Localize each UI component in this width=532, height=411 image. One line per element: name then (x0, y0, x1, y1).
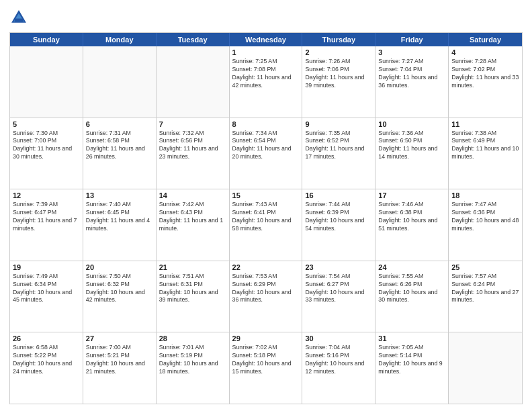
calendar-row: 5Sunrise: 7:30 AM Sunset: 7:00 PM Daylig… (10, 118, 522, 190)
cell-info: Sunrise: 7:00 AM Sunset: 5:21 PM Dayligh… (86, 344, 153, 376)
calendar-cell: 1Sunrise: 7:25 AM Sunset: 7:08 PM Daylig… (230, 46, 303, 118)
calendar-row: 1Sunrise: 7:25 AM Sunset: 7:08 PM Daylig… (10, 46, 522, 118)
cell-info: Sunrise: 7:46 AM Sunset: 6:38 PM Dayligh… (378, 201, 445, 233)
calendar-cell: 29Sunrise: 7:02 AM Sunset: 5:18 PM Dayli… (230, 332, 303, 404)
cell-info: Sunrise: 7:25 AM Sunset: 7:08 PM Dayligh… (232, 58, 300, 90)
day-number: 29 (232, 334, 300, 342)
cell-info: Sunrise: 7:40 AM Sunset: 6:45 PM Dayligh… (86, 201, 153, 233)
calendar-cell: 18Sunrise: 7:47 AM Sunset: 6:36 PM Dayli… (449, 189, 522, 261)
logo-icon (9, 8, 28, 27)
calendar-cell: 17Sunrise: 7:46 AM Sunset: 6:38 PM Dayli… (375, 189, 449, 261)
day-number: 3 (378, 48, 445, 56)
calendar-cell: 6Sunrise: 7:31 AM Sunset: 6:58 PM Daylig… (83, 118, 157, 189)
calendar-cell: 21Sunrise: 7:51 AM Sunset: 6:31 PM Dayli… (157, 261, 230, 332)
day-number: 20 (86, 263, 153, 271)
day-number: 6 (86, 120, 153, 128)
calendar-cell: 4Sunrise: 7:28 AM Sunset: 7:02 PM Daylig… (449, 46, 522, 118)
day-number: 18 (451, 191, 519, 199)
day-number: 17 (378, 191, 445, 199)
day-number: 21 (159, 263, 226, 271)
cell-info: Sunrise: 7:47 AM Sunset: 6:36 PM Dayligh… (451, 201, 519, 233)
weekday-header: Tuesday (157, 33, 230, 46)
calendar-cell: 31Sunrise: 7:05 AM Sunset: 5:14 PM Dayli… (375, 332, 449, 404)
calendar-row: 26Sunrise: 6:58 AM Sunset: 5:22 PM Dayli… (10, 332, 522, 404)
calendar-cell: 12Sunrise: 7:39 AM Sunset: 6:47 PM Dayli… (10, 189, 83, 261)
day-number: 12 (13, 191, 80, 199)
calendar-cell: 14Sunrise: 7:42 AM Sunset: 6:43 PM Dayli… (157, 189, 230, 261)
calendar-header: SundayMondayTuesdayWednesdayThursdayFrid… (10, 33, 522, 46)
cell-info: Sunrise: 7:27 AM Sunset: 7:04 PM Dayligh… (378, 58, 445, 90)
svg-rect-2 (15, 19, 23, 22)
cell-info: Sunrise: 7:35 AM Sunset: 6:52 PM Dayligh… (305, 130, 372, 162)
cell-info: Sunrise: 7:28 AM Sunset: 7:02 PM Dayligh… (451, 58, 519, 90)
day-number: 25 (451, 263, 519, 271)
cell-info: Sunrise: 7:31 AM Sunset: 6:58 PM Dayligh… (86, 130, 153, 162)
cell-info: Sunrise: 7:55 AM Sunset: 6:26 PM Dayligh… (378, 273, 445, 305)
cell-info: Sunrise: 7:54 AM Sunset: 6:27 PM Dayligh… (305, 273, 372, 305)
day-number: 2 (305, 48, 372, 56)
cell-info: Sunrise: 7:02 AM Sunset: 5:18 PM Dayligh… (232, 344, 300, 376)
day-number: 1 (232, 48, 300, 56)
cell-info: Sunrise: 7:30 AM Sunset: 7:00 PM Dayligh… (13, 130, 80, 162)
day-number: 7 (159, 120, 226, 128)
calendar-cell: 13Sunrise: 7:40 AM Sunset: 6:45 PM Dayli… (83, 189, 157, 261)
cell-info: Sunrise: 7:26 AM Sunset: 7:06 PM Dayligh… (305, 58, 372, 90)
cell-info: Sunrise: 7:36 AM Sunset: 6:50 PM Dayligh… (378, 130, 445, 162)
day-number: 19 (13, 263, 80, 271)
weekday-header: Wednesday (230, 33, 303, 46)
cell-info: Sunrise: 7:57 AM Sunset: 6:24 PM Dayligh… (451, 273, 519, 305)
cell-info: Sunrise: 7:50 AM Sunset: 6:32 PM Dayligh… (86, 273, 153, 305)
calendar-cell: 2Sunrise: 7:26 AM Sunset: 7:06 PM Daylig… (302, 46, 375, 118)
calendar-cell: 23Sunrise: 7:54 AM Sunset: 6:27 PM Dayli… (302, 261, 375, 332)
day-number: 10 (378, 120, 445, 128)
day-number: 15 (232, 191, 300, 199)
calendar-cell (449, 332, 522, 404)
calendar-cell: 5Sunrise: 7:30 AM Sunset: 7:00 PM Daylig… (10, 118, 83, 189)
day-number: 28 (159, 334, 226, 342)
calendar-cell: 26Sunrise: 6:58 AM Sunset: 5:22 PM Dayli… (10, 332, 83, 404)
cell-info: Sunrise: 7:05 AM Sunset: 5:14 PM Dayligh… (378, 344, 445, 376)
day-number: 27 (86, 334, 153, 342)
day-number: 4 (451, 48, 519, 56)
cell-info: Sunrise: 7:43 AM Sunset: 6:41 PM Dayligh… (232, 201, 300, 233)
weekday-header: Saturday (449, 33, 522, 46)
calendar-cell: 11Sunrise: 7:38 AM Sunset: 6:49 PM Dayli… (449, 118, 522, 189)
calendar-cell: 30Sunrise: 7:04 AM Sunset: 5:16 PM Dayli… (302, 332, 375, 404)
weekday-header: Sunday (10, 33, 83, 46)
calendar-cell: 10Sunrise: 7:36 AM Sunset: 6:50 PM Dayli… (375, 118, 449, 189)
cell-info: Sunrise: 7:39 AM Sunset: 6:47 PM Dayligh… (13, 201, 80, 233)
calendar-cell: 3Sunrise: 7:27 AM Sunset: 7:04 PM Daylig… (375, 46, 449, 118)
page: SundayMondayTuesdayWednesdayThursdayFrid… (0, 0, 532, 411)
calendar-row: 12Sunrise: 7:39 AM Sunset: 6:47 PM Dayli… (10, 189, 522, 261)
cell-info: Sunrise: 7:53 AM Sunset: 6:29 PM Dayligh… (232, 273, 300, 305)
day-number: 14 (159, 191, 226, 199)
calendar-cell (83, 46, 157, 118)
calendar-cell: 27Sunrise: 7:00 AM Sunset: 5:21 PM Dayli… (83, 332, 157, 404)
cell-info: Sunrise: 6:58 AM Sunset: 5:22 PM Dayligh… (13, 344, 80, 376)
day-number: 13 (86, 191, 153, 199)
calendar-cell: 16Sunrise: 7:44 AM Sunset: 6:39 PM Dayli… (302, 189, 375, 261)
calendar: SundayMondayTuesdayWednesdayThursdayFrid… (9, 32, 523, 404)
day-number: 23 (305, 263, 372, 271)
calendar-cell: 19Sunrise: 7:49 AM Sunset: 6:34 PM Dayli… (10, 261, 83, 332)
calendar-cell: 28Sunrise: 7:01 AM Sunset: 5:19 PM Dayli… (157, 332, 230, 404)
day-number: 22 (232, 263, 300, 271)
calendar-cell (157, 46, 230, 118)
calendar-row: 19Sunrise: 7:49 AM Sunset: 6:34 PM Dayli… (10, 261, 522, 333)
day-number: 11 (451, 120, 519, 128)
day-number: 16 (305, 191, 372, 199)
cell-info: Sunrise: 7:32 AM Sunset: 6:56 PM Dayligh… (159, 130, 226, 162)
day-number: 26 (13, 334, 80, 342)
weekday-header: Thursday (302, 33, 375, 46)
calendar-cell: 9Sunrise: 7:35 AM Sunset: 6:52 PM Daylig… (302, 118, 375, 189)
calendar-cell: 7Sunrise: 7:32 AM Sunset: 6:56 PM Daylig… (157, 118, 230, 189)
calendar-cell: 22Sunrise: 7:53 AM Sunset: 6:29 PM Dayli… (230, 261, 303, 332)
cell-info: Sunrise: 7:04 AM Sunset: 5:16 PM Dayligh… (305, 344, 372, 376)
cell-info: Sunrise: 7:38 AM Sunset: 6:49 PM Dayligh… (451, 130, 519, 162)
header (9, 8, 523, 27)
calendar-body: 1Sunrise: 7:25 AM Sunset: 7:08 PM Daylig… (10, 46, 522, 404)
calendar-cell: 15Sunrise: 7:43 AM Sunset: 6:41 PM Dayli… (230, 189, 303, 261)
calendar-cell: 25Sunrise: 7:57 AM Sunset: 6:24 PM Dayli… (449, 261, 522, 332)
day-number: 24 (378, 263, 445, 271)
cell-info: Sunrise: 7:42 AM Sunset: 6:43 PM Dayligh… (159, 201, 226, 233)
